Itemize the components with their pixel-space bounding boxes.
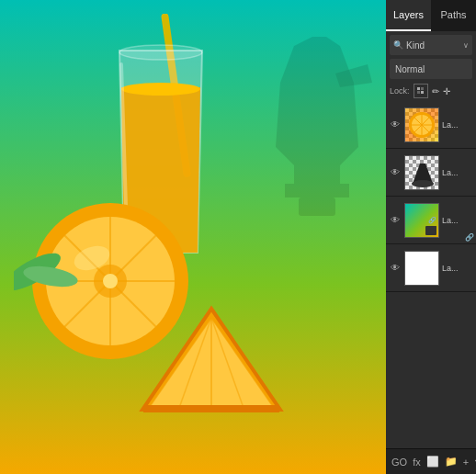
new-group-button[interactable]: 📁 [445, 456, 458, 468]
canvas [0, 0, 386, 474]
svg-rect-33 [427, 226, 436, 234]
tab-layers[interactable]: Layers [386, 0, 431, 31]
layer-name: La... [442, 168, 473, 177]
blender-silhouette [257, 37, 377, 220]
svg-point-2 [119, 45, 202, 60]
blend-mode-value: Normal [395, 64, 467, 74]
svg-point-3 [121, 83, 200, 96]
layer-thumbnail [404, 107, 439, 142]
new-layer-button[interactable]: + [463, 457, 469, 468]
svg-rect-21 [421, 87, 424, 90]
kind-filter-label: Kind [406, 40, 460, 51]
orange-slice [138, 299, 285, 419]
chevron-down-icon: ∨ [463, 41, 469, 50]
svg-point-11 [103, 274, 118, 288]
lock-position-icon[interactable]: ✛ [443, 86, 450, 96]
layer-name: La... [442, 120, 473, 130]
kind-filter-bar[interactable]: 🔍 Kind ∨ [390, 35, 472, 55]
layer-item[interactable]: 👁 La... 🔗 [386, 101, 476, 149]
layer-thumbnail [404, 251, 439, 286]
svg-rect-22 [417, 91, 420, 94]
layer-link-icon: 🔗 [428, 217, 436, 224]
layer-item[interactable]: 👁 La... [386, 149, 476, 197]
blend-mode-selector[interactable]: Normal [390, 59, 472, 79]
lock-image-icon[interactable]: ✏ [432, 86, 439, 96]
add-mask-button[interactable]: ⬜ [426, 456, 439, 468]
layer-thumbnail: 🔗 [404, 203, 439, 238]
panel-tabs: Layers Paths [386, 0, 476, 31]
layers-panel: Layers Paths 🔍 Kind ∨ Normal Lock: ✏ ✛ [386, 0, 476, 474]
fx-button[interactable]: fx [413, 457, 421, 468]
svg-point-31 [412, 180, 434, 187]
layer-link-button[interactable]: GO [391, 457, 407, 468]
layers-list: 👁 La... 🔗 👁 [386, 101, 476, 448]
layer-item[interactable]: 👁 La... [386, 244, 476, 292]
panel-toolbar: GO fx ⬜ 📁 + 🗑 [386, 448, 476, 474]
layer-visibility-toggle[interactable]: 👁 [389, 167, 402, 177]
tab-paths[interactable]: Paths [431, 0, 476, 31]
search-icon: 🔍 [393, 40, 403, 50]
tab-layers-label: Layers [393, 9, 424, 20]
svg-rect-0 [299, 198, 335, 216]
lock-options-row: Lock: ✏ ✛ [386, 81, 476, 101]
lock-transparent-icon[interactable] [414, 84, 428, 98]
leaves [14, 217, 87, 290]
canvas-scene [0, 0, 386, 474]
layer-name: La... [442, 264, 473, 273]
layer-name: La... [442, 216, 473, 225]
layer-visibility-toggle[interactable]: 👁 [389, 263, 402, 273]
layer-link-icon: 🔗 [465, 233, 474, 242]
lock-label: Lock: [390, 86, 410, 96]
tab-paths-label: Paths [440, 9, 466, 20]
layer-visibility-toggle[interactable]: 👁 [389, 119, 402, 130]
layer-thumbnail [404, 155, 439, 190]
svg-rect-20 [417, 87, 420, 90]
layer-item[interactable]: 👁 🔗 La... [386, 197, 476, 244]
svg-rect-23 [421, 91, 424, 94]
layer-visibility-toggle[interactable]: 👁 [389, 215, 402, 225]
svg-rect-34 [405, 252, 439, 286]
